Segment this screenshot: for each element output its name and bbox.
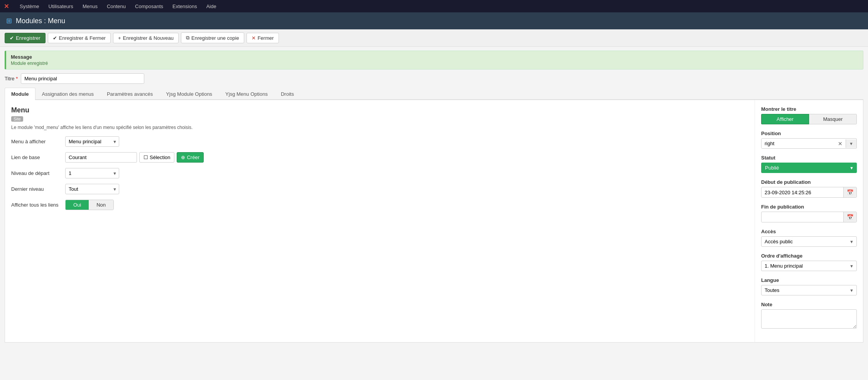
acces-select[interactable]: Accès public Enregistré Spécial Super Ut…: [761, 236, 857, 247]
main-content: Menu Site Le module 'mod_menu' affiche l…: [5, 100, 863, 343]
fin-publication-wrap: 📅: [761, 212, 857, 222]
title-input[interactable]: [21, 73, 144, 84]
selection-icon: ☐: [144, 154, 148, 160]
create-icon: ⊕: [181, 154, 185, 160]
afficher-tous-liens-field: Oui Non: [65, 200, 114, 210]
langue-select-wrap: Toutes Français Anglais ▼: [761, 285, 857, 295]
dernier-niveau-row: Dernier niveau Tout 1 2 3 ▼: [11, 184, 748, 194]
tab-droits[interactable]: Droits: [274, 88, 301, 100]
dernier-niveau-select[interactable]: Tout 1 2 3: [65, 184, 119, 194]
modules-icon: ⊞: [6, 17, 12, 25]
nav-systeme[interactable]: Système: [15, 0, 44, 12]
montrer-titre-group: Montrer le titre Afficher Masquer: [761, 106, 857, 124]
dernier-niveau-label: Dernier niveau: [11, 186, 61, 192]
debut-publication-label: Début de publication: [761, 179, 857, 185]
afficher-tous-liens-toggle: Oui Non: [65, 200, 114, 210]
fin-publication-input[interactable]: [762, 212, 843, 222]
fin-publication-group: Fin de publication 📅: [761, 204, 857, 222]
niveau-depart-field: 1 2 3 ▼: [65, 168, 119, 178]
statut-group: Statut Publié Non publié Dans la corbeil…: [761, 155, 857, 173]
fin-publication-label: Fin de publication: [761, 204, 857, 210]
lien-de-base-label: Lien de base: [11, 154, 61, 160]
acces-select-wrap: Accès public Enregistré Spécial Super Ut…: [761, 236, 857, 247]
tab-yjsg-module[interactable]: Yjsg Module Options: [159, 88, 219, 100]
save-close-button[interactable]: ✔ Enregistrer & Fermer: [48, 33, 111, 43]
dernier-niveau-select-wrap: Tout 1 2 3 ▼: [65, 184, 119, 194]
debut-publication-group: Début de publication 📅: [761, 179, 857, 198]
montrer-titre-toggle: Afficher Masquer: [761, 114, 857, 124]
lien-de-base-field: ☐ Sélection ⊕ Créer: [65, 152, 204, 163]
niveau-depart-select[interactable]: 1 2 3: [65, 168, 119, 178]
nav-contenu[interactable]: Contenu: [102, 0, 130, 12]
nav-utilisateurs[interactable]: Utilisateurs: [44, 0, 78, 12]
tab-yjsg-menu[interactable]: Yjsg Menu Options: [219, 88, 274, 100]
acces-group: Accès Accès public Enregistré Spécial Su…: [761, 229, 857, 247]
save-new-button[interactable]: + Enregistrer & Nouveau: [113, 33, 179, 43]
selection-button[interactable]: ☐ Sélection: [139, 152, 174, 163]
save-new-icon: +: [118, 35, 121, 41]
debut-publication-input[interactable]: [762, 188, 843, 197]
save-button[interactable]: ✔ Enregistrer: [5, 33, 46, 43]
note-label: Note: [761, 302, 857, 307]
debut-calendar-button[interactable]: 📅: [843, 187, 856, 197]
save-copy-icon: ⧉: [186, 35, 189, 41]
note-group: Note: [761, 302, 857, 330]
debut-publication-wrap: 📅: [761, 187, 857, 198]
ordre-affichage-select-wrap: 1. Menu principal ▼: [761, 261, 857, 271]
nav-composants[interactable]: Composants: [130, 0, 168, 12]
masquer-button[interactable]: Masquer: [809, 114, 857, 124]
logo-icon[interactable]: ✕: [4, 3, 9, 10]
required-marker: *: [16, 76, 18, 81]
close-button[interactable]: ✕ Fermer: [247, 33, 279, 43]
nav-aide[interactable]: Aide: [202, 0, 221, 12]
title-label: Titre *: [5, 76, 18, 81]
ordre-affichage-label: Ordre d'affichage: [761, 253, 857, 259]
toggle-oui-button[interactable]: Oui: [66, 200, 89, 210]
page-header: ⊞ Modules : Menu: [0, 12, 868, 29]
menu-a-afficher-select[interactable]: Menu principal: [65, 136, 119, 147]
module-description: Le module 'mod_menu' affiche les liens d…: [11, 125, 748, 130]
save-copy-button[interactable]: ⧉ Enregistrer une copie: [181, 32, 244, 43]
statut-select-wrap: Publié Non publié Dans la corbeille ▼: [761, 163, 857, 173]
site-badge: Site: [11, 116, 23, 122]
toolbar: ✔ Enregistrer ✔ Enregistrer & Fermer + E…: [0, 29, 868, 47]
fin-calendar-button[interactable]: 📅: [843, 212, 856, 222]
position-clear-button[interactable]: ✕: [835, 139, 846, 148]
montrer-titre-label: Montrer le titre: [761, 106, 857, 112]
nav-menu: Système Utilisateurs Menus Contenu Compo…: [15, 0, 221, 12]
position-input[interactable]: [762, 139, 835, 148]
position-dropdown-button[interactable]: ▼: [846, 139, 856, 148]
left-panel: Menu Site Le module 'mod_menu' affiche l…: [5, 100, 755, 342]
tab-assignation[interactable]: Assignation des menus: [35, 88, 100, 100]
page-title: Modules : Menu: [16, 17, 65, 25]
lien-de-base-row: Lien de base ☐ Sélection ⊕ Créer: [11, 152, 748, 163]
message-box: Message Module enregistré: [5, 51, 863, 70]
message-title: Message: [11, 54, 858, 60]
position-label: Position: [761, 131, 857, 136]
tab-module[interactable]: Module: [5, 88, 35, 100]
right-panel: Montrer le titre Afficher Masquer Positi…: [755, 100, 863, 342]
afficher-tous-liens-row: Afficher tous les liens Oui Non: [11, 200, 748, 210]
message-body: Module enregistré: [11, 61, 858, 66]
toggle-non-button[interactable]: Non: [89, 200, 113, 210]
ordre-affichage-select[interactable]: 1. Menu principal: [761, 261, 857, 271]
title-row: Titre *: [5, 73, 863, 84]
nav-menus[interactable]: Menus: [78, 0, 102, 12]
ordre-affichage-group: Ordre d'affichage 1. Menu principal ▼: [761, 253, 857, 271]
langue-select[interactable]: Toutes Français Anglais: [761, 285, 857, 295]
close-icon: ✕: [252, 35, 256, 41]
tab-params-avances[interactable]: Paramètres avancés: [100, 88, 159, 100]
note-textarea[interactable]: [761, 309, 857, 329]
menu-a-afficher-label: Menu à afficher: [11, 139, 61, 144]
acces-label: Accès: [761, 229, 857, 234]
lien-de-base-input[interactable]: [65, 152, 137, 163]
afficher-button[interactable]: Afficher: [761, 114, 809, 124]
langue-group: Langue Toutes Français Anglais ▼: [761, 277, 857, 295]
niveau-depart-row: Niveau de départ 1 2 3 ▼: [11, 168, 748, 178]
tabs: Module Assignation des menus Paramètres …: [5, 88, 863, 100]
niveau-depart-select-wrap: 1 2 3 ▼: [65, 168, 119, 178]
create-button[interactable]: ⊕ Créer: [177, 152, 204, 163]
save-icon: ✔: [10, 35, 14, 41]
statut-select[interactable]: Publié Non publié Dans la corbeille: [761, 163, 857, 173]
nav-extensions[interactable]: Extensions: [168, 0, 202, 12]
